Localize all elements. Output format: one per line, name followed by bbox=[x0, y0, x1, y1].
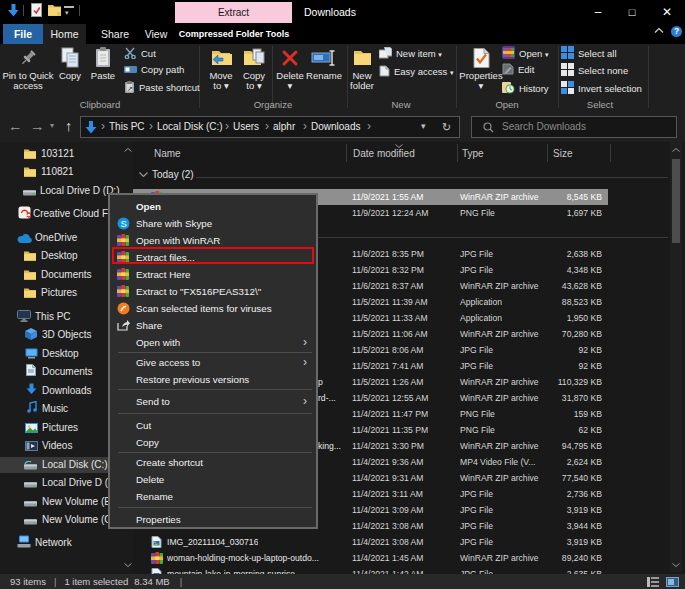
svg-text:↗: ↗ bbox=[127, 85, 133, 92]
svg-text:S: S bbox=[120, 218, 126, 229]
